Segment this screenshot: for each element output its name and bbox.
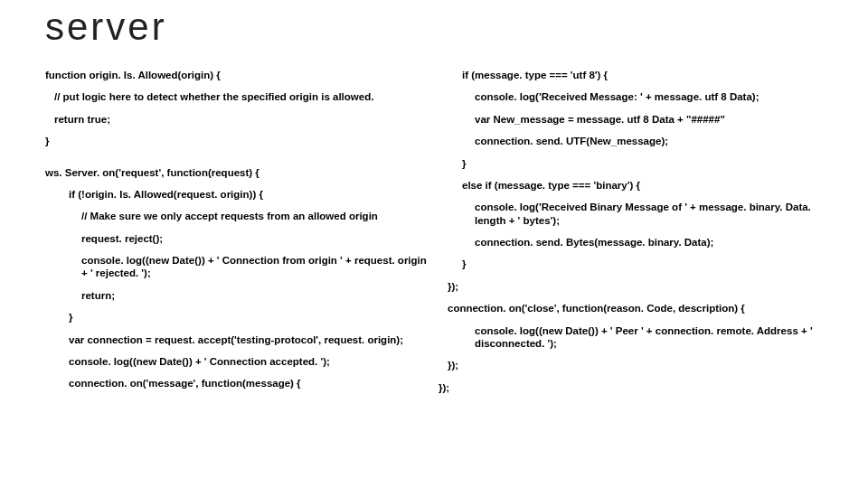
code-line: return; xyxy=(45,289,429,302)
code-line: } xyxy=(439,258,823,270)
code-line: connection. send. Bytes(message. binary.… xyxy=(439,236,823,249)
left-column: function origin. Is. Allowed(origin) { /… xyxy=(45,69,429,403)
code-line: connection. on('close', function(reason.… xyxy=(439,302,823,314)
code-line: }); xyxy=(439,381,823,394)
slide: server function origin. Is. Allowed(orig… xyxy=(0,5,868,488)
code-line: console. log('Received Message: ' + mess… xyxy=(439,90,823,103)
code-columns: function origin. Is. Allowed(origin) { /… xyxy=(45,69,823,403)
code-line: request. reject(); xyxy=(45,232,429,245)
blank-line xyxy=(45,157,429,161)
code-line: ws. Server. on('request', function(reque… xyxy=(45,166,429,179)
code-line: connection. send. UTF(New_message); xyxy=(439,135,823,147)
code-line: // put logic here to detect whether the … xyxy=(45,90,429,103)
code-line: if (!origin. Is. Allowed(request. origin… xyxy=(45,188,429,201)
code-line: connection. on('message', function(messa… xyxy=(45,377,429,389)
code-line: // Make sure we only accept requests fro… xyxy=(45,210,429,222)
slide-title: server xyxy=(45,5,823,49)
code-line: var New_message = message. utf 8 Data + … xyxy=(439,113,823,126)
code-line: if (message. type === 'utf 8') { xyxy=(439,69,823,81)
code-line: console. log((new Date()) + ' Peer ' + c… xyxy=(439,324,823,351)
code-line: else if (message. type === 'binary') { xyxy=(439,179,823,192)
code-line: console. log((new Date()) + ' Connection… xyxy=(45,254,429,280)
code-line: var connection = request. accept('testin… xyxy=(45,333,429,346)
code-line: function origin. Is. Allowed(origin) { xyxy=(45,69,429,81)
code-line: }); xyxy=(439,359,823,371)
code-line: } xyxy=(439,157,823,170)
code-line: }); xyxy=(439,280,823,293)
code-line: console. log('Received Binary Message of… xyxy=(439,201,823,227)
code-line: console. log((new Date()) + ' Connection… xyxy=(45,355,429,368)
right-column: if (message. type === 'utf 8') { console… xyxy=(439,69,823,403)
code-line: } xyxy=(45,135,429,147)
code-line: } xyxy=(45,311,429,324)
code-line: return true; xyxy=(45,113,429,126)
